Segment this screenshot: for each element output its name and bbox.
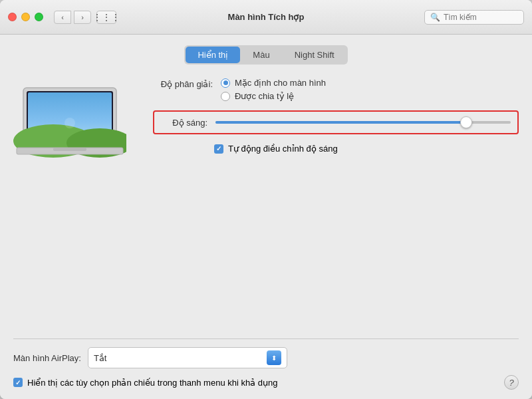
tab-bar: Hiển thị Màu Night Shift <box>184 45 347 65</box>
back-button[interactable]: ‹ <box>54 11 71 24</box>
maximize-button[interactable] <box>35 13 43 21</box>
svg-point-7 <box>65 118 75 128</box>
auto-brightness-checkbox[interactable]: ✓ Tự động điều chỉnh độ sáng <box>214 144 338 154</box>
search-box[interactable]: 🔍 <box>424 10 524 25</box>
radio-scaled[interactable]: Được chia tỷ lệ <box>221 91 326 101</box>
auto-brightness-check-box[interactable]: ✓ <box>214 144 223 154</box>
settings-panel: Độ phân giải: Mặc định cho màn hình Được… <box>153 78 519 338</box>
mirror-row: ✓ Hiển thị các tùy chọn phản chiếu trong… <box>13 375 519 390</box>
brightness-label: Độ sáng: <box>161 118 207 128</box>
auto-brightness-label: Tự động điều chỉnh độ sáng <box>228 144 338 154</box>
resolution-options: Mặc định cho màn hình Được chia tỷ lệ <box>221 78 326 101</box>
search-icon: 🔍 <box>430 13 440 22</box>
slider-track[interactable] <box>215 121 511 124</box>
minimize-button[interactable] <box>21 13 30 21</box>
brightness-row: Độ sáng: <box>153 110 519 134</box>
airplay-row: Màn hình AirPlay: Tắt ⬍ <box>13 347 519 368</box>
close-button[interactable] <box>8 13 17 21</box>
content-area: Hiển thị Màu Night Shift <box>0 35 532 399</box>
radio-default[interactable]: Mặc định cho màn hình <box>221 78 326 88</box>
laptop-svg <box>13 84 126 171</box>
radio-scaled-circle[interactable] <box>221 92 230 101</box>
radio-default-dot <box>223 80 228 85</box>
airplay-label: Màn hình AirPlay: <box>13 353 81 363</box>
airplay-value: Tắt <box>94 353 107 363</box>
tab-hien-thi[interactable]: Hiển thị <box>186 47 240 63</box>
slider-thumb[interactable] <box>460 116 472 128</box>
radio-default-label: Mặc định cho màn hình <box>235 78 326 88</box>
chevron-icon: ⬍ <box>271 354 277 362</box>
checkmark-icon: ✓ <box>216 145 221 152</box>
help-button[interactable]: ? <box>504 375 519 390</box>
mirror-label: Hiển thị các tùy chọn phản chiếu trong t… <box>27 378 277 388</box>
radio-default-circle[interactable] <box>221 78 230 88</box>
select-arrow-icon: ⬍ <box>267 350 281 365</box>
traffic-lights <box>8 13 43 21</box>
tab-night-shift[interactable]: Night Shift <box>283 47 346 63</box>
search-input[interactable] <box>444 13 518 22</box>
titlebar: ‹ › ⋮⋮⋮ Màn hình Tích hợp 🔍 <box>0 0 532 35</box>
tab-mau[interactable]: Màu <box>241 47 281 63</box>
resolution-row: Độ phân giải: Mặc định cho màn hình Được… <box>153 78 519 101</box>
auto-brightness-row: ✓ Tự động điều chỉnh độ sáng <box>214 144 519 154</box>
nav-buttons: ‹ › <box>54 11 91 24</box>
bottom-area: Màn hình AirPlay: Tắt ⬍ ✓ Hiển thị các t… <box>13 338 519 399</box>
mirror-check-box[interactable]: ✓ <box>13 378 23 387</box>
laptop-image <box>13 78 133 338</box>
mirror-checkmark-icon: ✓ <box>15 379 21 386</box>
resolution-label: Độ phân giải: <box>153 78 213 89</box>
window-title: Màn hình Tích hợp <box>228 12 305 22</box>
mirror-checkbox[interactable]: ✓ Hiển thị các tùy chọn phản chiếu trong… <box>13 378 277 388</box>
tabs-container: Hiển thị Màu Night Shift <box>13 45 519 65</box>
radio-scaled-label: Được chia tỷ lệ <box>235 91 294 101</box>
settings-area: Độ phân giải: Mặc định cho màn hình Được… <box>13 78 519 338</box>
brightness-slider-container[interactable] <box>215 116 511 129</box>
slider-fill <box>215 121 466 124</box>
main-window: ‹ › ⋮⋮⋮ Màn hình Tích hợp 🔍 Hiển thị Màu… <box>0 0 532 399</box>
grid-button[interactable]: ⋮⋮⋮ <box>96 11 116 24</box>
airplay-select[interactable]: Tắt ⬍ <box>88 347 287 368</box>
svg-rect-6 <box>53 148 86 151</box>
forward-button[interactable]: › <box>74 11 91 24</box>
grid-icon: ⋮⋮⋮ <box>92 12 120 23</box>
